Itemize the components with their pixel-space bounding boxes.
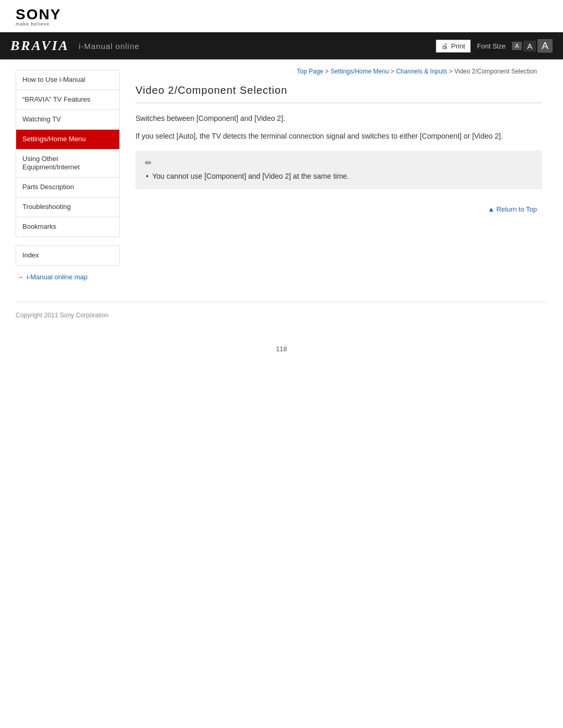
bravia-bar: BRAVIA i-Manual online 🖨 Print Font Size… <box>0 32 563 59</box>
sidebar-item-bookmarks[interactable]: Bookmarks <box>16 217 119 237</box>
note-list: You cannot use [Component] and [Video 2]… <box>145 171 533 182</box>
paragraph-1: Switches between [Component] and [Video … <box>136 113 542 124</box>
print-icon: 🖨 <box>442 42 448 50</box>
footer: Copyright 2011 Sony Corporation <box>16 302 547 329</box>
sidebar-item-bravia-features[interactable]: “BRAVIA” TV Features <box>16 90 119 110</box>
font-size-label: Font Size <box>477 42 506 50</box>
note-item: You cannot use [Component] and [Video 2]… <box>145 171 533 182</box>
sidebar-item-watching-tv[interactable]: Watching TV <box>16 110 119 130</box>
bravia-bar-right: 🖨 Print Font Size A A A <box>436 39 553 53</box>
main-container: How to Use i-Manual “BRAVIA” TV Features… <box>0 59 563 291</box>
sidebar-nav: How to Use i-Manual “BRAVIA” TV Features… <box>16 70 120 237</box>
breadcrumb-settings[interactable]: Settings/Home Menu <box>331 68 389 75</box>
font-size-medium-button[interactable]: A <box>523 41 536 52</box>
breadcrumb-separator-3: > <box>449 68 454 75</box>
font-size-small-button[interactable]: A <box>512 42 522 50</box>
sidebar-item-index[interactable]: Index <box>16 246 119 265</box>
font-size-controls: A A A <box>512 39 553 53</box>
return-top-arrow-icon: ▲ <box>488 205 496 213</box>
print-label: Print <box>451 42 465 50</box>
sidebar-item-parts-description[interactable]: Parts Description <box>16 178 119 198</box>
return-to-top-link[interactable]: ▲ Return to Top <box>488 205 537 213</box>
note-icon: ✏ <box>145 158 533 168</box>
breadcrumb: Top Page > Settings/Home Menu > Channels… <box>136 68 542 75</box>
bravia-subtitle: i-Manual online <box>79 42 140 51</box>
page-number: 118 <box>0 345 563 363</box>
arrow-icon: → <box>17 273 23 281</box>
paragraph-2: If you select [Auto], the TV detects the… <box>136 130 542 142</box>
map-link-text[interactable]: i-Manual online map <box>27 273 88 281</box>
bravia-bar-left: BRAVIA i-Manual online <box>10 38 140 54</box>
sidebar-item-how-to-use[interactable]: How to Use i-Manual <box>16 70 119 90</box>
breadcrumb-separator-2: > <box>390 68 396 75</box>
copyright-text: Copyright 2011 Sony Corporation <box>16 312 108 319</box>
sidebar-item-troubleshooting[interactable]: Troubleshooting <box>16 198 119 217</box>
sidebar: How to Use i-Manual “BRAVIA” TV Features… <box>0 59 125 291</box>
sony-tagline: make.believe <box>16 22 547 27</box>
sony-logo: SONY make.believe <box>16 7 547 27</box>
sidebar-index: Index <box>16 245 120 266</box>
breadcrumb-top-page[interactable]: Top Page <box>297 68 324 75</box>
breadcrumb-channels[interactable]: Channels & Inputs <box>396 68 447 75</box>
breadcrumb-separator-1: > <box>325 68 331 75</box>
content-body: Switches between [Component] and [Video … <box>136 113 542 189</box>
print-button[interactable]: 🖨 Print <box>436 40 471 53</box>
sidebar-item-settings-home-menu[interactable]: Settings/Home Menu <box>16 130 119 150</box>
sony-logo-text: SONY <box>16 7 547 22</box>
font-size-large-button[interactable]: A <box>537 39 553 53</box>
return-to-top: ▲ Return to Top <box>136 205 542 213</box>
content-area: Top Page > Settings/Home Menu > Channels… <box>125 59 563 291</box>
breadcrumb-current: Video 2/Component Selection <box>454 68 537 75</box>
header: SONY make.believe <box>0 0 563 32</box>
return-top-label: Return to Top <box>496 205 537 213</box>
note-box: ✏ You cannot use [Component] and [Video … <box>136 151 542 189</box>
bravia-logo: BRAVIA <box>10 38 69 54</box>
sidebar-map-link[interactable]: → i-Manual online map <box>16 273 125 281</box>
sidebar-item-using-other-equipment[interactable]: Using Other Equipment/Internet <box>16 150 119 178</box>
page-title: Video 2/Component Selection <box>136 84 542 103</box>
